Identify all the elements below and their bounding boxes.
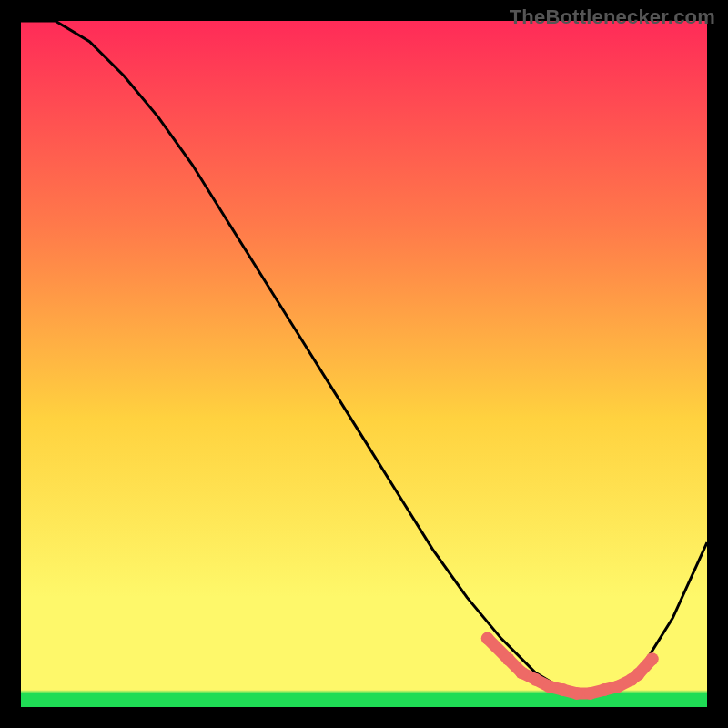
optimal-marker	[571, 687, 583, 700]
optimal-marker	[557, 683, 570, 696]
optimal-marker	[515, 666, 528, 679]
chart-svg	[21, 21, 707, 707]
optimal-marker	[530, 673, 542, 686]
optimal-marker	[584, 687, 597, 700]
optimal-marker	[612, 680, 624, 693]
optimal-marker	[646, 652, 659, 665]
optimal-marker	[598, 683, 611, 696]
optimal-marker	[632, 668, 645, 681]
chart-frame: TheBottlenecker.com	[0, 0, 728, 728]
attribution-label: TheBottlenecker.com	[510, 5, 715, 29]
optimal-marker	[481, 632, 494, 645]
gradient-background	[21, 21, 707, 707]
plot-area	[21, 21, 707, 707]
optimal-marker	[543, 680, 556, 693]
optimal-marker	[501, 652, 514, 665]
